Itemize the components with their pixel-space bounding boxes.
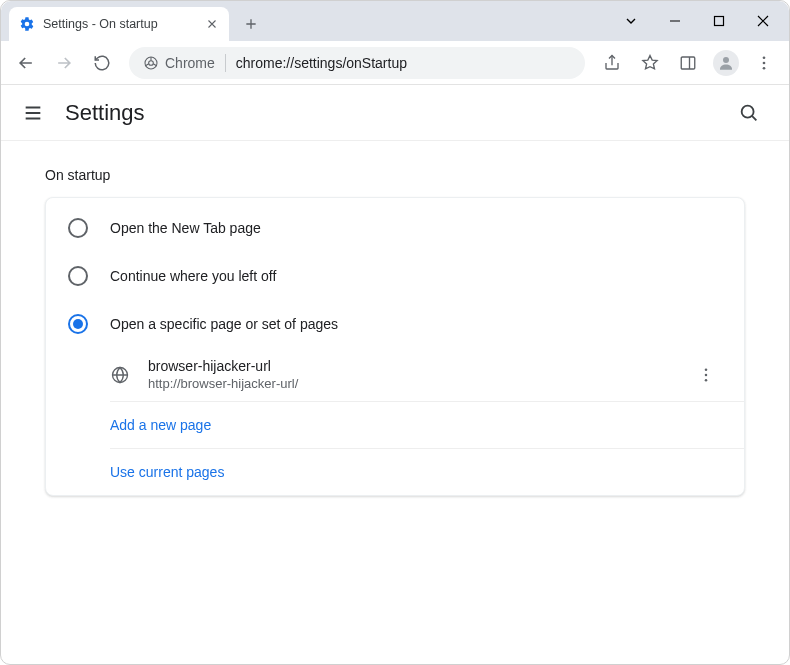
menu-icon[interactable]: [21, 101, 45, 125]
new-tab-button[interactable]: [237, 10, 265, 38]
svg-point-10: [705, 368, 708, 371]
option-label: Continue where you left off: [110, 268, 276, 284]
startup-page-row: browser-hijacker-url http://browser-hija…: [110, 348, 744, 401]
close-window-button[interactable]: [741, 5, 785, 37]
toolbar: Chrome chrome://settings/onStartup: [1, 41, 789, 85]
minimize-button[interactable]: [653, 5, 697, 37]
close-tab-icon[interactable]: [205, 17, 219, 31]
add-new-page-link[interactable]: Add a new page: [110, 417, 211, 433]
use-current-pages-row[interactable]: Use current pages: [110, 448, 744, 495]
svg-point-12: [705, 378, 708, 381]
radio-icon: [68, 266, 88, 286]
svg-rect-3: [681, 57, 695, 69]
page-actions-button[interactable]: [690, 359, 722, 391]
radio-icon: [68, 314, 88, 334]
scheme-label: Chrome: [165, 55, 215, 71]
option-continue[interactable]: Continue where you left off: [46, 252, 744, 300]
maximize-button[interactable]: [697, 5, 741, 37]
tab-title: Settings - On startup: [43, 17, 197, 31]
option-new-tab[interactable]: Open the New Tab page: [46, 204, 744, 252]
address-bar[interactable]: Chrome chrome://settings/onStartup: [129, 47, 585, 79]
svg-point-4: [723, 57, 729, 63]
svg-rect-0: [715, 17, 724, 26]
tab-strip: Settings - On startup: [1, 1, 789, 41]
browser-tab[interactable]: Settings - On startup: [9, 7, 229, 41]
back-button[interactable]: [9, 46, 43, 80]
radio-icon: [68, 218, 88, 238]
chrome-menu-button[interactable]: [747, 46, 781, 80]
use-current-pages-link[interactable]: Use current pages: [110, 464, 224, 480]
omnibox-divider: [225, 54, 226, 72]
side-panel-icon[interactable]: [671, 46, 705, 80]
startup-page-url: http://browser-hijacker-url/: [148, 376, 672, 391]
globe-icon: [110, 365, 130, 385]
svg-point-6: [763, 61, 766, 64]
page-info: browser-hijacker-url http://browser-hija…: [148, 358, 672, 391]
specific-pages-sub: browser-hijacker-url http://browser-hija…: [46, 348, 744, 495]
svg-point-2: [149, 60, 154, 65]
svg-point-8: [742, 105, 754, 117]
avatar-icon: [713, 50, 739, 76]
section-title: On startup: [45, 167, 745, 183]
bookmark-icon[interactable]: [633, 46, 667, 80]
share-icon[interactable]: [595, 46, 629, 80]
gear-icon: [19, 16, 35, 32]
chrome-scheme-chip: Chrome: [143, 55, 215, 71]
forward-button[interactable]: [47, 46, 81, 80]
startup-page-name: browser-hijacker-url: [148, 358, 672, 374]
svg-point-11: [705, 373, 708, 376]
svg-point-7: [763, 66, 766, 69]
reload-button[interactable]: [85, 46, 119, 80]
startup-card: Open the New Tab page Continue where you…: [45, 197, 745, 496]
add-new-page-row[interactable]: Add a new page: [110, 401, 744, 448]
tab-search-button[interactable]: [609, 5, 653, 37]
settings-header: Settings: [1, 85, 789, 141]
settings-content: On startup Open the New Tab page Continu…: [1, 141, 789, 526]
window-controls: [609, 1, 785, 41]
page-title: Settings: [65, 100, 145, 126]
option-specific-pages[interactable]: Open a specific page or set of pages: [46, 300, 744, 348]
svg-point-5: [763, 56, 766, 59]
url-text: chrome://settings/onStartup: [236, 55, 407, 71]
option-label: Open a specific page or set of pages: [110, 316, 338, 332]
profile-button[interactable]: [709, 46, 743, 80]
option-label: Open the New Tab page: [110, 220, 261, 236]
search-button[interactable]: [729, 93, 769, 133]
